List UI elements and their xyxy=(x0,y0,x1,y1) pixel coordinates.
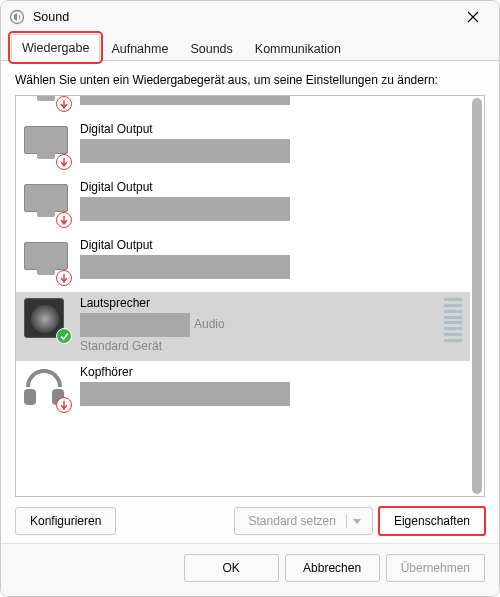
redacted-text xyxy=(80,255,290,279)
device-list: Digital Output Digital Output xyxy=(15,95,485,497)
level-meter xyxy=(444,298,462,342)
device-buttons: Konfigurieren Standard setzen Eigenschaf… xyxy=(15,507,485,535)
configure-button[interactable]: Konfigurieren xyxy=(15,507,116,535)
monitor-icon xyxy=(24,96,70,110)
device-name: Digital Output xyxy=(80,180,462,194)
device-name: Lautsprecher xyxy=(80,296,438,310)
tab-aufnahme[interactable]: Aufnahme xyxy=(100,35,179,61)
dialog-buttons: OK Abbrechen Übernehmen xyxy=(1,543,499,596)
headphones-icon xyxy=(24,365,70,411)
device-item[interactable]: Digital Output xyxy=(16,96,470,118)
device-suffix: Audio xyxy=(194,312,225,336)
device-status: Standard Gerät xyxy=(80,339,438,353)
badge-unplugged-icon xyxy=(56,397,72,413)
description: Wählen Sie unten ein Wiedergabegerät aus… xyxy=(15,73,485,87)
device-name: Digital Output xyxy=(80,122,462,136)
badge-unplugged-icon xyxy=(56,96,72,112)
ok-button[interactable]: OK xyxy=(184,554,279,582)
badge-unplugged-icon xyxy=(56,154,72,170)
set-default-label: Standard setzen xyxy=(249,514,336,528)
device-item[interactable]: Digital Output xyxy=(16,234,470,292)
sound-icon xyxy=(9,9,25,25)
device-list-inner: Digital Output Digital Output xyxy=(16,96,470,496)
scrollbar[interactable] xyxy=(472,98,482,494)
badge-default-icon xyxy=(56,328,72,344)
monitor-icon xyxy=(24,180,70,226)
redacted-text xyxy=(80,197,290,221)
device-item-selected[interactable]: Lautsprecher Audio Standard Gerät xyxy=(16,292,470,361)
device-item[interactable]: Kopfhörer xyxy=(16,361,470,419)
tab-sounds[interactable]: Sounds xyxy=(179,35,243,61)
set-default-button[interactable]: Standard setzen xyxy=(234,507,373,535)
speaker-icon xyxy=(24,296,70,342)
monitor-icon xyxy=(24,122,70,168)
tab-wiedergabe[interactable]: Wiedergabe xyxy=(11,34,100,61)
monitor-icon xyxy=(24,238,70,284)
redacted-text xyxy=(80,382,290,406)
titlebar: Sound xyxy=(1,1,499,33)
badge-unplugged-icon xyxy=(56,270,72,286)
window-title: Sound xyxy=(33,10,453,24)
redacted-text xyxy=(80,313,190,337)
cancel-button[interactable]: Abbrechen xyxy=(285,554,380,582)
device-name: Digital Output xyxy=(80,238,462,252)
properties-button[interactable]: Eigenschaften xyxy=(379,507,485,535)
badge-unplugged-icon xyxy=(56,212,72,228)
tab-content: Wählen Sie unten ein Wiedergabegerät aus… xyxy=(1,61,499,543)
device-name: Kopfhörer xyxy=(80,365,462,379)
redacted-text xyxy=(80,96,290,105)
tab-kommunikation[interactable]: Kommunikation xyxy=(244,35,352,61)
chevron-down-icon[interactable] xyxy=(346,514,368,528)
device-item[interactable]: Digital Output xyxy=(16,176,470,234)
redacted-text xyxy=(80,139,290,163)
sound-dialog: Sound Wiedergabe Aufnahme Sounds Kommuni… xyxy=(0,0,500,597)
close-button[interactable] xyxy=(453,3,493,31)
apply-button[interactable]: Übernehmen xyxy=(386,554,485,582)
device-item[interactable]: Digital Output xyxy=(16,118,470,176)
tab-bar: Wiedergabe Aufnahme Sounds Kommunikation xyxy=(1,33,499,61)
